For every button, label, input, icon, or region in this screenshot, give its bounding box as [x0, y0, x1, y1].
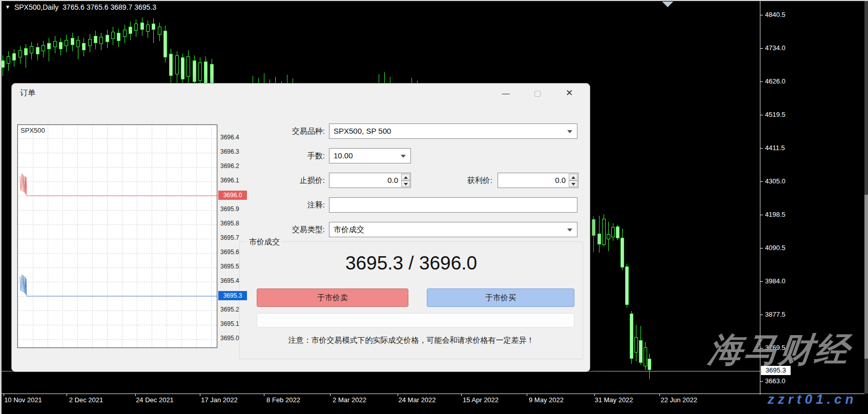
candle-wick [153, 18, 154, 43]
sell-by-market-button[interactable]: 于市价卖 [257, 288, 408, 307]
candle-wick [26, 44, 26, 68]
tick-scale-label: 3696.4 [220, 134, 247, 142]
date-axis-tick [264, 394, 264, 396]
candle-body [94, 36, 97, 43]
price-axis-label: 4840.5 [765, 11, 801, 18]
candle-body [198, 63, 202, 81]
date-axis-tick [200, 394, 200, 396]
chevron-down-icon [567, 229, 572, 232]
chart-scrollbar[interactable] [864, 1, 868, 394]
date-axis-label: 24 Dec 2021 [127, 396, 183, 404]
trade-type-field-label: 交易类型: [248, 222, 325, 237]
price-axis-label: 4411.5 [765, 144, 801, 152]
candle-body [134, 24, 138, 31]
buy-by-market-button[interactable]: 于市价买 [427, 288, 574, 307]
ask-price-flag: 3696.0 [218, 191, 247, 200]
candle-body [12, 53, 16, 60]
volume-field-label: 手数: [248, 148, 325, 163]
price-axis-label: 4198.5 [765, 211, 801, 218]
candle-body [88, 39, 92, 46]
bid-line [20, 275, 217, 296]
dialog-title: 订单 [20, 88, 35, 98]
candle-body [76, 40, 80, 47]
date-axis-label: 9 May 2022 [518, 396, 574, 404]
candle-wick [78, 36, 78, 59]
price-axis-tick [760, 181, 763, 182]
price-axis-tick [760, 281, 763, 282]
candle-body [24, 48, 28, 55]
mt-terminal-window: ▼SPX500,Daily 3765.6 3765.6 3689.7 3695.… [0, 0, 868, 414]
tick-scale-label: 3696.2 [220, 162, 247, 171]
takeprofit-spinner[interactable] [569, 174, 577, 187]
date-axis-tick [4, 394, 4, 396]
chart-ohlc-header: ▼SPX500,Daily 3765.6 3765.6 3689.7 3695.… [5, 3, 156, 11]
spin-down-icon[interactable] [401, 180, 410, 187]
close-button[interactable]: ✕ [558, 86, 581, 101]
tick-scale-label: 3696.3 [220, 148, 247, 156]
price-axis-label: 3877.5 [765, 310, 801, 318]
order-dialog: 订单 — ▢ ✕ SPX500 3696.43696.33696.23696.1… [11, 83, 590, 372]
volume-combobox[interactable]: 10.00 [329, 148, 411, 163]
chart-scrollbar-thumb[interactable] [864, 195, 868, 359]
tick-scale-label: 3695.9 [220, 205, 247, 214]
symbol-select[interactable]: SPX500, SP 500 [329, 123, 577, 139]
date-axis-tick [135, 394, 136, 396]
candle-body [53, 41, 57, 47]
candle-body [644, 347, 647, 366]
tick-scale-label: 3695.8 [220, 220, 247, 228]
comment-input[interactable] [329, 197, 577, 213]
execution-note: 注意：市价交易模式下的实际成交价格，可能会和请求价格有一定差异！ [239, 336, 583, 345]
stoploss-field-label: 止损价: [248, 173, 325, 188]
price-axis-label: 4305.0 [765, 177, 801, 185]
spin-up-icon[interactable] [569, 174, 577, 180]
date-axis-label: 31 May 2022 [586, 396, 642, 404]
candle-body [152, 24, 155, 30]
bid-price-flag: 3695.3 [218, 291, 247, 300]
scroll-position-marker-icon[interactable] [662, 2, 673, 7]
spin-down-icon[interactable] [569, 180, 577, 187]
price-axis-tick [760, 15, 763, 15]
chart-caret-icon: ▼ [5, 4, 10, 10]
comment-field-label: 注释: [248, 197, 325, 213]
tick-chart-symbol: SPX500 [20, 127, 45, 134]
chevron-down-icon [567, 130, 572, 133]
takeprofit-field-label: 获利价: [416, 173, 492, 188]
candle-body [158, 27, 161, 35]
candle-body [59, 42, 63, 49]
price-axis-label: 3984.0 [765, 277, 801, 285]
date-axis-label: 10 Nov 2021 [0, 396, 51, 404]
price-axis-tick [760, 248, 763, 249]
execution-info-strip [257, 313, 574, 327]
candle-body [630, 314, 633, 359]
price-axis-tick [760, 48, 763, 49]
bid-ask-quote: 3695.3 / 3696.0 [239, 253, 583, 274]
date-axis-tick [527, 394, 527, 396]
candle-body [193, 60, 196, 82]
chevron-down-icon [401, 155, 406, 158]
takeprofit-input[interactable]: 0.0 [498, 173, 578, 188]
candle-body [163, 31, 167, 57]
candle-body [71, 38, 74, 45]
candle-body [117, 33, 120, 41]
candle-body [625, 266, 629, 305]
stoploss-spinner[interactable] [401, 174, 410, 187]
trade-type-select[interactable]: 市价成交 [329, 222, 577, 237]
candle-body [648, 359, 651, 370]
ask-line [20, 174, 217, 196]
price-axis-label: 3663.0 [765, 377, 801, 385]
date-axis-label: 22 Jun 2022 [651, 396, 707, 404]
candle-body [616, 226, 619, 238]
candle-body [187, 56, 190, 77]
watermark-url: zzrt01.cn [768, 391, 857, 407]
price-axis-label: 4734.0 [765, 44, 801, 52]
candle-body [204, 61, 208, 85]
maximize-button[interactable]: ▢ [526, 86, 549, 101]
minimize-button[interactable]: — [494, 86, 517, 101]
candle-body [639, 340, 643, 363]
stoploss-input[interactable]: 0.0 [329, 173, 411, 188]
candle-body [99, 37, 103, 44]
price-axis-tick [760, 81, 763, 82]
candle-body [7, 56, 10, 64]
spin-up-icon[interactable] [401, 174, 410, 180]
chart-ohlc-text: SPX500,Daily 3765.6 3765.6 3689.7 3695.3 [14, 3, 156, 11]
